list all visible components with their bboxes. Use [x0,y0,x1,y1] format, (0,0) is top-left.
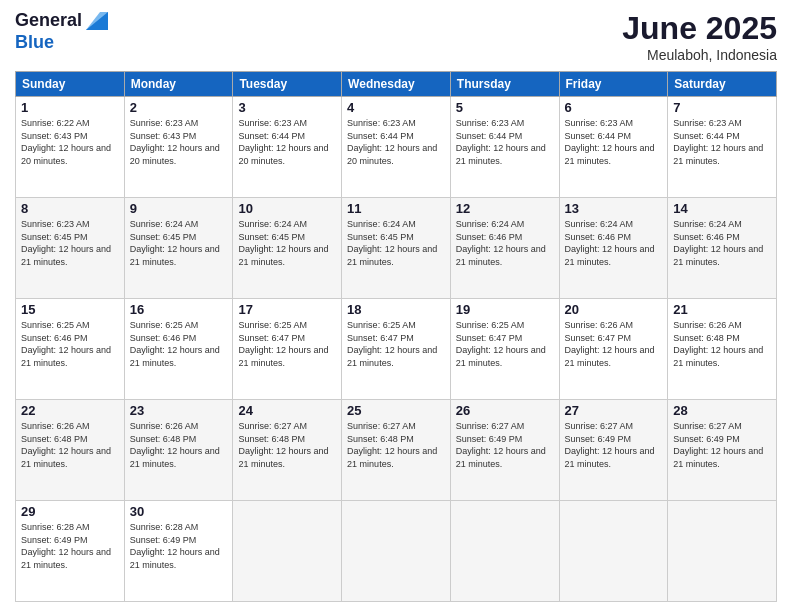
calendar-cell: 25Sunrise: 6:27 AMSunset: 6:48 PMDayligh… [342,400,451,501]
day-info: Sunrise: 6:26 AMSunset: 6:47 PMDaylight:… [565,319,663,369]
logo-blue-text: Blue [15,32,108,54]
day-number: 29 [21,504,119,519]
month-title: June 2025 [622,10,777,47]
calendar-cell: 7Sunrise: 6:23 AMSunset: 6:44 PMDaylight… [668,97,777,198]
calendar-cell: 10Sunrise: 6:24 AMSunset: 6:45 PMDayligh… [233,198,342,299]
calendar-cell [559,501,668,602]
day-number: 27 [565,403,663,418]
day-info: Sunrise: 6:23 AMSunset: 6:45 PMDaylight:… [21,218,119,268]
calendar-week-3: 15Sunrise: 6:25 AMSunset: 6:46 PMDayligh… [16,299,777,400]
day-number: 26 [456,403,554,418]
day-number: 11 [347,201,445,216]
weekday-header-thursday: Thursday [450,72,559,97]
day-info: Sunrise: 6:24 AMSunset: 6:45 PMDaylight:… [347,218,445,268]
calendar-cell: 2Sunrise: 6:23 AMSunset: 6:43 PMDaylight… [124,97,233,198]
day-number: 20 [565,302,663,317]
calendar-cell: 11Sunrise: 6:24 AMSunset: 6:45 PMDayligh… [342,198,451,299]
calendar-cell: 20Sunrise: 6:26 AMSunset: 6:47 PMDayligh… [559,299,668,400]
title-block: June 2025 Meulaboh, Indonesia [622,10,777,63]
day-info: Sunrise: 6:23 AMSunset: 6:44 PMDaylight:… [347,117,445,167]
calendar-week-4: 22Sunrise: 6:26 AMSunset: 6:48 PMDayligh… [16,400,777,501]
day-info: Sunrise: 6:23 AMSunset: 6:44 PMDaylight:… [238,117,336,167]
calendar-week-2: 8Sunrise: 6:23 AMSunset: 6:45 PMDaylight… [16,198,777,299]
weekday-header-monday: Monday [124,72,233,97]
calendar-table: SundayMondayTuesdayWednesdayThursdayFrid… [15,71,777,602]
day-number: 3 [238,100,336,115]
calendar-cell [668,501,777,602]
logo: General Blue [15,10,108,53]
calendar-cell: 13Sunrise: 6:24 AMSunset: 6:46 PMDayligh… [559,198,668,299]
day-number: 24 [238,403,336,418]
day-info: Sunrise: 6:24 AMSunset: 6:45 PMDaylight:… [130,218,228,268]
day-info: Sunrise: 6:25 AMSunset: 6:47 PMDaylight:… [238,319,336,369]
day-number: 15 [21,302,119,317]
weekday-header-friday: Friday [559,72,668,97]
logo-general-text: General [15,10,82,32]
day-info: Sunrise: 6:23 AMSunset: 6:44 PMDaylight:… [673,117,771,167]
calendar-cell: 6Sunrise: 6:23 AMSunset: 6:44 PMDaylight… [559,97,668,198]
day-number: 14 [673,201,771,216]
calendar-cell: 21Sunrise: 6:26 AMSunset: 6:48 PMDayligh… [668,299,777,400]
day-info: Sunrise: 6:25 AMSunset: 6:46 PMDaylight:… [21,319,119,369]
svg-marker-1 [86,12,108,30]
calendar-cell: 28Sunrise: 6:27 AMSunset: 6:49 PMDayligh… [668,400,777,501]
calendar-cell: 9Sunrise: 6:24 AMSunset: 6:45 PMDaylight… [124,198,233,299]
calendar-cell: 24Sunrise: 6:27 AMSunset: 6:48 PMDayligh… [233,400,342,501]
day-number: 18 [347,302,445,317]
weekday-header-wednesday: Wednesday [342,72,451,97]
day-number: 9 [130,201,228,216]
day-info: Sunrise: 6:24 AMSunset: 6:46 PMDaylight:… [565,218,663,268]
day-info: Sunrise: 6:22 AMSunset: 6:43 PMDaylight:… [21,117,119,167]
calendar-body: 1Sunrise: 6:22 AMSunset: 6:43 PMDaylight… [16,97,777,602]
calendar-cell: 22Sunrise: 6:26 AMSunset: 6:48 PMDayligh… [16,400,125,501]
calendar-cell: 17Sunrise: 6:25 AMSunset: 6:47 PMDayligh… [233,299,342,400]
day-number: 1 [21,100,119,115]
day-number: 21 [673,302,771,317]
day-info: Sunrise: 6:24 AMSunset: 6:45 PMDaylight:… [238,218,336,268]
day-number: 7 [673,100,771,115]
calendar-cell: 1Sunrise: 6:22 AMSunset: 6:43 PMDaylight… [16,97,125,198]
day-number: 13 [565,201,663,216]
calendar-page: General Blue June 2025 Meulaboh, Indones… [0,0,792,612]
calendar-cell: 29Sunrise: 6:28 AMSunset: 6:49 PMDayligh… [16,501,125,602]
day-info: Sunrise: 6:25 AMSunset: 6:47 PMDaylight:… [347,319,445,369]
day-number: 5 [456,100,554,115]
calendar-cell: 14Sunrise: 6:24 AMSunset: 6:46 PMDayligh… [668,198,777,299]
day-info: Sunrise: 6:26 AMSunset: 6:48 PMDaylight:… [21,420,119,470]
calendar-cell [342,501,451,602]
day-number: 2 [130,100,228,115]
day-number: 10 [238,201,336,216]
calendar-cell [233,501,342,602]
day-number: 19 [456,302,554,317]
day-info: Sunrise: 6:24 AMSunset: 6:46 PMDaylight:… [456,218,554,268]
location: Meulaboh, Indonesia [622,47,777,63]
day-number: 6 [565,100,663,115]
day-info: Sunrise: 6:23 AMSunset: 6:43 PMDaylight:… [130,117,228,167]
calendar-cell: 26Sunrise: 6:27 AMSunset: 6:49 PMDayligh… [450,400,559,501]
day-info: Sunrise: 6:23 AMSunset: 6:44 PMDaylight:… [456,117,554,167]
day-number: 30 [130,504,228,519]
calendar-week-5: 29Sunrise: 6:28 AMSunset: 6:49 PMDayligh… [16,501,777,602]
day-info: Sunrise: 6:27 AMSunset: 6:48 PMDaylight:… [347,420,445,470]
day-number: 28 [673,403,771,418]
day-info: Sunrise: 6:25 AMSunset: 6:47 PMDaylight:… [456,319,554,369]
day-info: Sunrise: 6:27 AMSunset: 6:49 PMDaylight:… [456,420,554,470]
calendar-cell: 3Sunrise: 6:23 AMSunset: 6:44 PMDaylight… [233,97,342,198]
weekday-header-tuesday: Tuesday [233,72,342,97]
day-number: 12 [456,201,554,216]
day-info: Sunrise: 6:27 AMSunset: 6:49 PMDaylight:… [565,420,663,470]
day-number: 25 [347,403,445,418]
day-number: 8 [21,201,119,216]
calendar-cell: 12Sunrise: 6:24 AMSunset: 6:46 PMDayligh… [450,198,559,299]
calendar-cell [450,501,559,602]
day-info: Sunrise: 6:27 AMSunset: 6:48 PMDaylight:… [238,420,336,470]
day-number: 17 [238,302,336,317]
calendar-cell: 30Sunrise: 6:28 AMSunset: 6:49 PMDayligh… [124,501,233,602]
day-info: Sunrise: 6:26 AMSunset: 6:48 PMDaylight:… [130,420,228,470]
calendar-cell: 4Sunrise: 6:23 AMSunset: 6:44 PMDaylight… [342,97,451,198]
calendar-cell: 16Sunrise: 6:25 AMSunset: 6:46 PMDayligh… [124,299,233,400]
weekday-header-row: SundayMondayTuesdayWednesdayThursdayFrid… [16,72,777,97]
day-number: 22 [21,403,119,418]
header: General Blue June 2025 Meulaboh, Indones… [15,10,777,63]
calendar-cell: 23Sunrise: 6:26 AMSunset: 6:48 PMDayligh… [124,400,233,501]
